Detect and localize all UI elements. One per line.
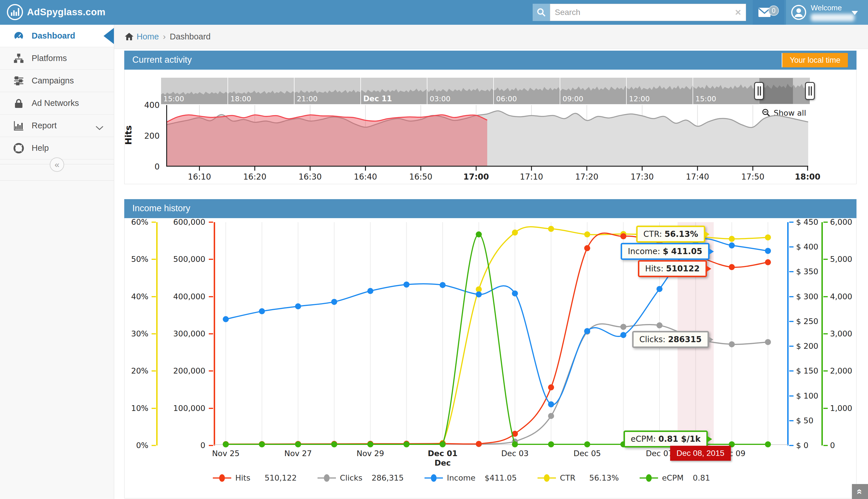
axis-tick: [789, 222, 793, 223]
axis-tick: [152, 370, 156, 372]
axis-tick-label: 60%: [114, 218, 148, 227]
sidebar-collapse-row: «: [0, 164, 114, 181]
local-time-button[interactable]: Your local time: [782, 53, 848, 67]
timeline-selection-window[interactable]: [759, 78, 810, 104]
activity-chart[interactable]: [166, 105, 808, 172]
timeline-handle-right[interactable]: [805, 82, 815, 100]
sidebar-item-ad-networks[interactable]: Ad Networks: [0, 92, 114, 114]
axis-tick: [152, 333, 156, 334]
chart-legend: Hits510,122Clicks286,315Income$411.05CTR…: [213, 473, 710, 482]
axis-tick: [209, 333, 213, 334]
activity-x-tick-label: 16:20: [235, 172, 275, 182]
axis-tick: [823, 222, 828, 223]
timeline-segment[interactable]: Dec 11: [360, 78, 427, 104]
axis-tick-label: 6,000: [830, 218, 865, 227]
timeline-overview-strip[interactable]: 15:0018:0021:00Dec 1103:0006:0009:0012:0…: [161, 78, 810, 104]
activity-x-tick-label: 17:40: [677, 172, 718, 182]
breadcrumb-home-link[interactable]: Home: [125, 32, 159, 41]
axis-tick-label: 10%: [114, 404, 148, 413]
axis-tick-label: 2,000: [830, 366, 865, 375]
sidebar-collapse-button[interactable]: «: [50, 157, 64, 172]
axis-tick: [823, 445, 828, 446]
activity-x-tick-label: 17:00: [456, 172, 496, 182]
sitemap-icon: [13, 53, 24, 64]
mail-badge: 0: [768, 5, 779, 16]
axis-tick: [789, 370, 793, 372]
timeline-segment[interactable]: 21:00: [294, 78, 360, 104]
timeline-segment-label: 18:00: [230, 95, 251, 103]
axis-tick: [823, 408, 828, 409]
breadcrumb: Home › Dashboard: [125, 32, 211, 41]
search-input[interactable]: [550, 4, 746, 21]
axis-tick-label: 4,000: [830, 292, 865, 301]
axis-tick: [789, 420, 793, 421]
sidebar: Dashboard Platforms Campaigns Ad Network…: [0, 25, 114, 499]
axis-tick-label: $ 450: [796, 218, 833, 227]
sidebar-item-label: Help: [32, 143, 49, 153]
sidebar-item-platforms[interactable]: Platforms: [0, 47, 114, 70]
axis-tick-label: $ 250: [796, 317, 833, 326]
axis-tick-label: 200,000: [160, 366, 205, 375]
panel-title: Income history: [132, 203, 190, 214]
activity-x-tick-label: 16:10: [179, 172, 219, 182]
legend-marker-icon: [640, 474, 658, 482]
axis-tick-label: $ 50: [796, 416, 833, 425]
income-x-tick-label: Dec 03: [486, 449, 544, 458]
legend-name: eCPM: [662, 473, 684, 482]
timeline-segment[interactable]: 15:00: [161, 78, 227, 104]
axis-tick-label: 0: [160, 441, 205, 450]
sidebar-item-report[interactable]: Report: [0, 114, 114, 137]
sidebar-item-help[interactable]: Help: [0, 137, 114, 159]
tooltip-ecpm: eCPM: 0.81 $/1k: [624, 430, 708, 448]
axis-tick-label: 30%: [114, 329, 148, 338]
legend-item-ecpm[interactable]: eCPM0.81: [640, 473, 710, 482]
chevron-down-icon: [96, 123, 103, 133]
timeline-segment-label: 15:00: [695, 95, 716, 103]
mail-button[interactable]: 0: [753, 0, 784, 25]
activity-x-tick-label: 16:50: [401, 172, 441, 182]
timeline-segment[interactable]: 12:00: [626, 78, 693, 104]
search-icon[interactable]: [533, 4, 550, 21]
activity-x-tick-label: 18:00: [788, 172, 828, 182]
axis-tick: [209, 259, 213, 260]
timeline-segment[interactable]: 15:00: [693, 78, 759, 104]
timeline-segment[interactable]: 06:00: [493, 78, 560, 104]
legend-marker-icon: [317, 474, 336, 482]
axis-tick-label: 500,000: [160, 255, 205, 264]
axis-tick-label: $ 350: [796, 267, 833, 276]
brand-name: AdSpyglass.com: [27, 7, 105, 17]
search-clear-icon[interactable]: ✕: [735, 8, 741, 17]
timeline-handle-left[interactable]: [754, 82, 764, 100]
legend-item-ctr[interactable]: CTR56.13%: [538, 473, 619, 482]
timeline-segment[interactable]: 03:00: [427, 78, 493, 104]
sidebar-item-dashboard[interactable]: Dashboard: [0, 25, 114, 47]
axis-tick-label: $ 400: [796, 242, 833, 251]
timeline-segment-label: 03:00: [430, 95, 450, 103]
axis-tick: [789, 321, 793, 322]
axis-tick: [209, 408, 213, 409]
axis-tick-label: 3,000: [830, 329, 865, 338]
sidebar-item-label: Platforms: [32, 53, 67, 63]
lock-icon: [13, 98, 24, 109]
legend-item-income[interactable]: Income$411.05: [425, 473, 517, 482]
axis-tick-label: 0: [830, 441, 865, 450]
income-x-tick-label: Dec 05: [558, 449, 616, 458]
timeline-segment-label: Dec 11: [363, 94, 392, 103]
scroll-to-top-button[interactable]: «: [852, 484, 868, 499]
sidebar-item-campaigns[interactable]: Campaigns: [0, 70, 114, 92]
legend-item-clicks[interactable]: Clicks286,315: [317, 473, 404, 482]
legend-item-hits[interactable]: Hits510,122: [213, 473, 297, 482]
legend-value: 286,315: [372, 473, 404, 482]
axis-tick: [823, 370, 828, 372]
sliders-icon: [13, 76, 24, 86]
timeline-segment[interactable]: 09:00: [560, 78, 626, 104]
user-menu[interactable]: Welcome: [786, 0, 868, 25]
axis-tick: [209, 296, 213, 297]
activity-x-tick-label: 17:50: [733, 172, 773, 182]
activity-x-tick-label: 17:10: [511, 172, 552, 182]
tooltip-clicks: Clicks: 286315: [632, 331, 709, 348]
timeline-segment[interactable]: 18:00: [227, 78, 294, 104]
active-item-arrow: [103, 28, 114, 44]
brand-logo[interactable]: AdSpyglass.com: [7, 4, 105, 20]
life-ring-icon: [13, 143, 24, 154]
